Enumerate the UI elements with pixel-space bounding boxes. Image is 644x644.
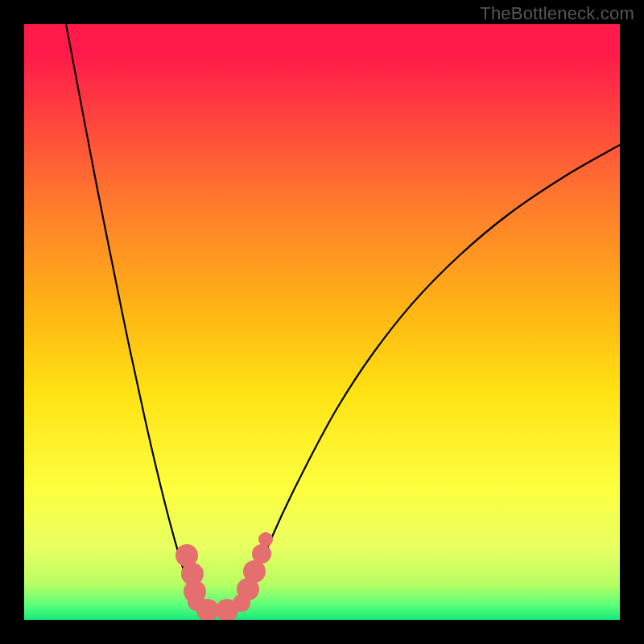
bottleneck-curve-chart (24, 24, 620, 620)
curve-marker (243, 560, 266, 583)
curve-marker (258, 532, 273, 547)
curve-marker (252, 544, 271, 564)
chart-frame (24, 24, 620, 620)
heat-gradient-background (24, 24, 620, 620)
attribution-watermark: TheBottleneck.com (480, 3, 634, 24)
